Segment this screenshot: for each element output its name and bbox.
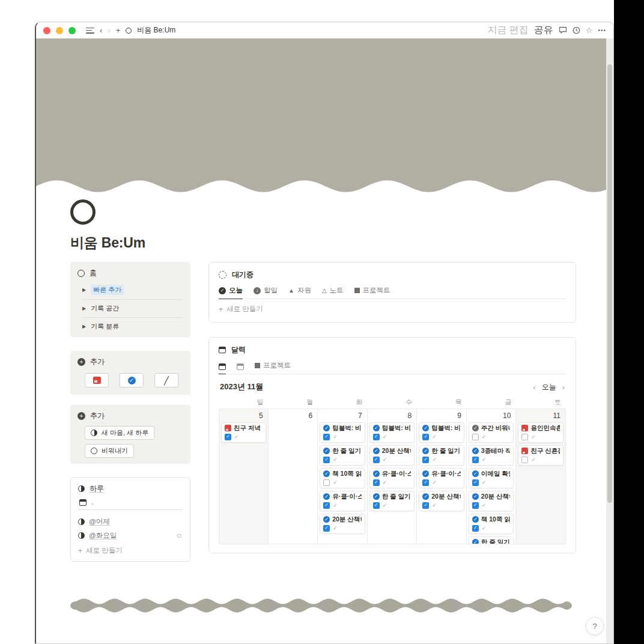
done-checkbox[interactable]: ✓ bbox=[422, 502, 429, 509]
calendar-event-card[interactable]: ✓ 주간 비워내기 ✓ bbox=[469, 422, 514, 443]
toggle-triangle-icon[interactable]: ▶ bbox=[82, 324, 86, 329]
day-row-yesterday[interactable]: @어제 bbox=[78, 515, 183, 529]
scrollbar-thumb[interactable] bbox=[607, 64, 612, 503]
done-checkbox[interactable]: ✓ bbox=[323, 434, 330, 440]
help-button[interactable]: ? bbox=[586, 617, 604, 635]
add-todo-button[interactable]: ✓ bbox=[120, 373, 144, 387]
toggle-record-category[interactable]: ▶ 기록 분류 bbox=[82, 320, 183, 333]
done-checkbox[interactable]: ✓ bbox=[373, 502, 380, 509]
share-button[interactable]: 공유 bbox=[534, 24, 553, 37]
done-checkbox[interactable]: ✓ bbox=[422, 479, 429, 486]
tab-resource[interactable]: ▲ 자원 bbox=[288, 286, 311, 299]
calendar-day-cell[interactable]: 10 ✓ 주간 비워내기 ✓ ✓ 3종테마 작업 ✓ ✓ ✓ 이메일 확인하기 … bbox=[467, 409, 517, 544]
close-window-button[interactable] bbox=[43, 27, 50, 34]
done-checkbox[interactable]: ✓ bbox=[422, 434, 429, 440]
toggle-record-space[interactable]: ▶ 기록 공간 bbox=[82, 302, 183, 315]
record-category-label[interactable]: 기록 분류 bbox=[91, 322, 119, 331]
calendar-event-card[interactable]: ✓ 20분 산책하기 ✓ ✓ bbox=[369, 445, 415, 466]
new-day-entry-button[interactable]: + 새로 만들기 bbox=[78, 546, 183, 555]
calendar-event-card[interactable]: ✓ 유·클·이·스 확... ✓ ✓ bbox=[419, 468, 464, 488]
calendar-event-card[interactable]: ✓ 이메일 확인하기 ✓ ✓ bbox=[469, 468, 514, 488]
done-checkbox[interactable] bbox=[521, 434, 528, 440]
calendar-event-card[interactable]: ✓ 20분 산책하기 ✓ ✓ bbox=[469, 491, 514, 511]
home-link[interactable]: 홈 bbox=[90, 268, 97, 278]
calendar-event-card[interactable]: 친구 저녁 약속 ✓ ✓ bbox=[221, 422, 266, 443]
done-checkbox[interactable]: ✓ bbox=[373, 479, 380, 486]
done-checkbox[interactable]: ✓ bbox=[373, 457, 380, 463]
calendar-event-card[interactable]: ✓ 텀블벅: 비움 ... ✓ ✓ bbox=[320, 422, 365, 443]
done-checkbox[interactable]: ✓ bbox=[422, 457, 429, 463]
calendar-day-cell[interactable]: 5 친구 저녁 약속 ✓ ✓ bbox=[219, 409, 269, 544]
add-note-button[interactable]: ╱ bbox=[154, 373, 178, 387]
zoom-window-button[interactable] bbox=[68, 27, 76, 34]
add-event-button[interactable] bbox=[85, 373, 109, 387]
calendar-event-card[interactable]: ✓ 텀블벅: 비움 ... ✓ ✓ bbox=[369, 422, 415, 443]
tab-project-view[interactable]: 프로젝트 bbox=[255, 361, 291, 374]
done-checkbox[interactable]: ✓ bbox=[472, 525, 479, 532]
toggle-triangle-icon[interactable]: ▶ bbox=[82, 306, 86, 311]
waiting-new-button[interactable]: + 새로 만들기 bbox=[219, 305, 566, 314]
page-title[interactable]: 비움 Be:Um bbox=[70, 234, 613, 252]
history-clock-icon[interactable] bbox=[573, 26, 580, 34]
calendar-event-card[interactable]: ✓ 한 줄 일기 쓰기 ✓ ✓ bbox=[369, 491, 415, 511]
calendar-day-cell[interactable]: 11 용인민속촌 나... ✓ 친구 신혼집 집... ✓ bbox=[516, 409, 566, 544]
tab-todo[interactable]: ↓ 할일 bbox=[254, 286, 278, 299]
tab-calendar-view-2[interactable] bbox=[237, 363, 244, 374]
tuesday-link[interactable]: @화요일 bbox=[89, 531, 117, 540]
toggle-triangle-icon[interactable]: ▶ bbox=[82, 287, 86, 293]
calendar-event-card[interactable]: 친구 신혼집 집... ✓ bbox=[518, 445, 564, 466]
done-checkbox[interactable]: ✓ bbox=[323, 457, 330, 463]
quick-add-link[interactable]: 빠른 추가 bbox=[91, 285, 124, 295]
done-checkbox[interactable] bbox=[521, 457, 528, 463]
calendar-event-card[interactable]: ✓ 한 줄 일기 쓰기 ✓ ✓ bbox=[320, 445, 365, 466]
day-db-title[interactable]: 하루 bbox=[90, 484, 104, 494]
prev-month-icon[interactable]: ‹ bbox=[533, 383, 535, 392]
forward-button[interactable]: › bbox=[108, 26, 110, 34]
yesterday-link[interactable]: @어제 bbox=[89, 517, 110, 526]
done-checkbox[interactable]: ✓ bbox=[472, 479, 479, 486]
calendar-event-card[interactable]: ✓ 한 줄 일기 쓰기 ✓ ✓ bbox=[419, 445, 464, 466]
back-button[interactable]: ‹ bbox=[100, 26, 102, 34]
done-checkbox[interactable]: ✓ bbox=[373, 434, 380, 440]
empty-out-button[interactable]: 비워내기 bbox=[85, 444, 134, 458]
done-checkbox[interactable]: ✓ bbox=[323, 525, 330, 532]
calendar-day-cell[interactable]: 7 ✓ 텀블벅: 비움 ... ✓ ✓ ✓ 한 줄 일기 쓰기 ✓ ✓ ✓ 책 … bbox=[318, 409, 368, 544]
today-button[interactable]: 오늘 bbox=[542, 382, 556, 392]
calendar-event-card[interactable]: ✓ 20분 산책하기 ✓ ✓ bbox=[320, 514, 365, 534]
new-day-button[interactable]: 새 마음, 새 하루 bbox=[85, 426, 154, 440]
calendar-event-card[interactable]: ✓ 20분 산책하기 ✓ ✓ bbox=[419, 491, 464, 511]
favorite-star-icon[interactable]: ☆ bbox=[586, 26, 593, 35]
more-options-icon[interactable]: ••• bbox=[598, 27, 606, 34]
tab-calendar-view-1[interactable] bbox=[219, 363, 226, 374]
calendar-event-card[interactable]: ✓ 책 10쪽 읽기 ✓ bbox=[320, 468, 365, 488]
calendar-event-card[interactable]: ✓ 3종테마 작업 ✓ ✓ bbox=[469, 445, 514, 466]
done-checkbox[interactable]: ✓ bbox=[472, 502, 479, 509]
breadcrumb-page-title[interactable]: 비움 Be:Um bbox=[137, 25, 175, 35]
calendar-event-card[interactable]: ✓ 유·클·이·스 확... ✓ ✓ bbox=[320, 491, 365, 511]
calendar-day-cell[interactable]: 9 ✓ 텀블벅: 비움 ... ✓ ✓ ✓ 한 줄 일기 쓰기 ✓ ✓ ✓ 유·… bbox=[417, 409, 467, 544]
done-checkbox[interactable]: ✓ bbox=[225, 434, 231, 440]
calendar-event-card[interactable]: ✓ 책 10쪽 읽기 ✓ ✓ bbox=[469, 514, 514, 534]
toggle-quick-add[interactable]: ▶ 빠른 추가 bbox=[82, 282, 183, 297]
tab-note[interactable]: △ 노트 bbox=[322, 286, 344, 299]
comments-icon[interactable] bbox=[559, 26, 567, 34]
new-tab-button[interactable]: + bbox=[116, 26, 121, 34]
done-checkbox[interactable]: ✓ bbox=[472, 457, 479, 463]
calendar-event-card[interactable]: ✓ 한 줄 일기 쓰기 ✓ bbox=[469, 536, 514, 544]
done-checkbox[interactable]: ✓ bbox=[323, 502, 330, 509]
done-checkbox[interactable] bbox=[472, 434, 479, 440]
record-space-label[interactable]: 기록 공간 bbox=[91, 304, 119, 313]
day-row-tuesday[interactable]: @화요일 O. bbox=[78, 529, 183, 542]
page-icon-ring[interactable] bbox=[70, 199, 96, 225]
calendar-day-cell[interactable]: 8 ✓ 텀블벅: 비움 ... ✓ ✓ ✓ 20분 산책하기 ✓ ✓ ✓ 유·클… bbox=[368, 409, 418, 544]
tab-project[interactable]: 프로젝트 bbox=[354, 286, 390, 299]
sidebar-toggle-icon[interactable] bbox=[86, 28, 94, 34]
calendar-event-card[interactable]: 용인민속촌 나... ✓ bbox=[518, 422, 564, 443]
next-month-icon[interactable]: › bbox=[562, 383, 565, 392]
minimize-window-button[interactable] bbox=[56, 27, 63, 34]
done-checkbox[interactable] bbox=[323, 479, 330, 486]
calendar-event-card[interactable]: ✓ 유·클·이·스 확... ✓ ✓ bbox=[369, 468, 415, 488]
calendar-day-cell[interactable]: 6 bbox=[269, 409, 318, 544]
tab-today[interactable]: ✓ 오늘 bbox=[219, 286, 243, 299]
day-view-tab[interactable]: ⌄ bbox=[79, 499, 183, 506]
